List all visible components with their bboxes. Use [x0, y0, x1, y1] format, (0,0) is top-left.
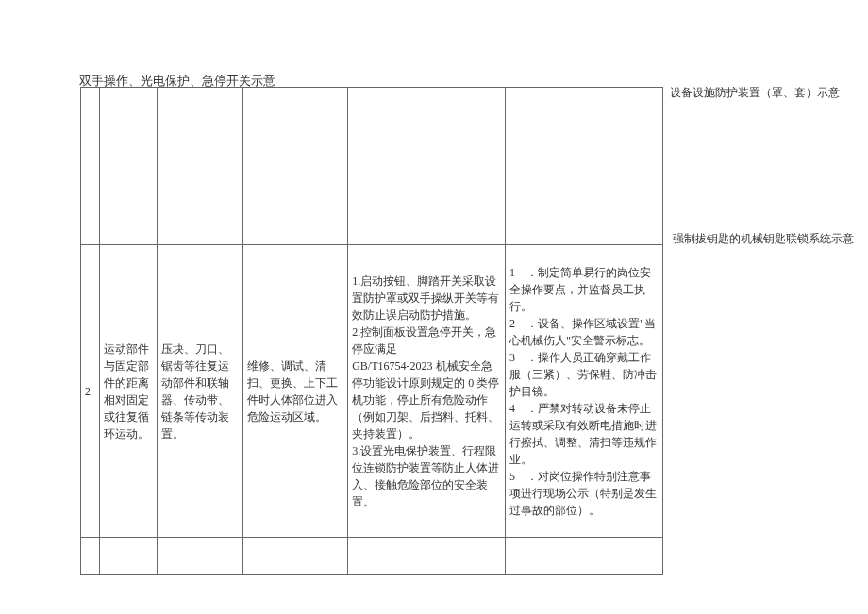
cell-parts: 压块、刀口、锯齿等往复运动部件和联轴器、传动带、链条等传动装置。 [157, 245, 242, 538]
cell-blank-1 [81, 88, 100, 245]
cell-blank-2 [100, 88, 158, 245]
data-table: 2 运动部件与固定部件的距离相对固定或往复循环运动。 压块、刀口、锯齿等往复运动… [80, 87, 663, 575]
cell-bottom-1 [81, 538, 100, 575]
data-table-wrap: 2 运动部件与固定部件的距离相对固定或往复循环运动。 压块、刀口、锯齿等往复运动… [80, 87, 663, 575]
cell-maintenance: 维修、调试、清扫、更换、上下工件时人体部位进入危险运动区域。 [242, 245, 347, 538]
caption-protective-device: 设备设施防护装置（罩、套）示意 [670, 85, 840, 101]
caption-key-interlock: 强制拔钥匙的机械钥匙联锁系统示意 [673, 231, 854, 247]
cell-index: 2 [81, 245, 100, 538]
cell-bottom-4 [242, 538, 347, 575]
table-row-blank [81, 88, 663, 245]
cell-bottom-6 [506, 538, 663, 575]
cell-blank-5 [348, 88, 506, 245]
cell-category: 运动部件与固定部件的距离相对固定或往复循环运动。 [100, 245, 158, 538]
table-row: 2 运动部件与固定部件的距离相对固定或往复循环运动。 压块、刀口、锯齿等往复运动… [81, 245, 663, 538]
cell-measures: 1.启动按钮、脚踏开关采取设置防护罩或双手操纵开关等有效防止误启动防护措施。2.… [348, 245, 506, 538]
cell-blank-3 [157, 88, 242, 245]
cell-bottom-5 [348, 538, 506, 575]
cell-blank-6 [506, 88, 663, 245]
cell-bottom-3 [157, 538, 242, 575]
cell-bottom-2 [100, 538, 158, 575]
cell-management: 1 ．制定简单易行的岗位安全操作要点，并监督员工执行。2 ．设备、操作区域设置"… [506, 245, 663, 538]
table-row-bottom [81, 538, 663, 575]
cell-blank-4 [242, 88, 347, 245]
